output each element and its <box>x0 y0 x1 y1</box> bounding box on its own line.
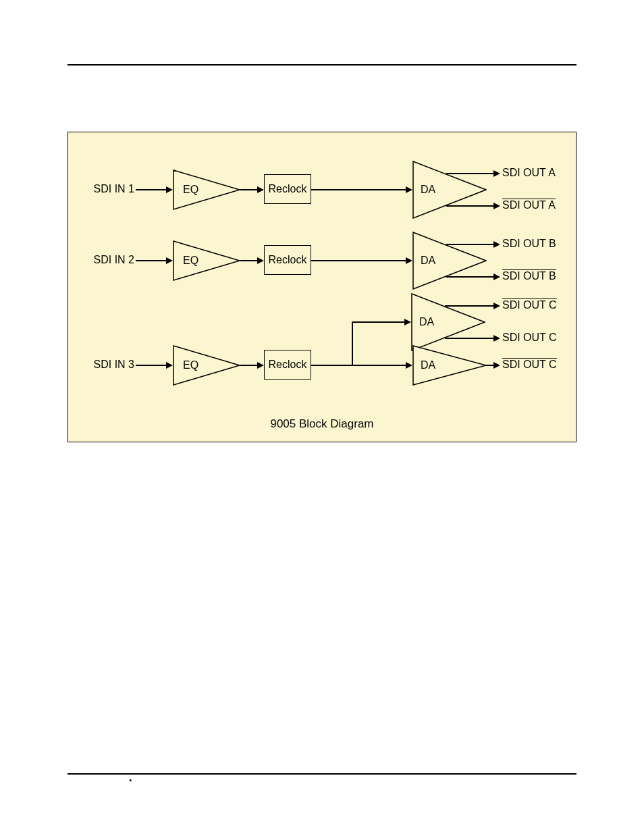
wire <box>311 365 406 366</box>
wire <box>240 189 257 190</box>
footer-dot: • <box>129 775 132 832</box>
eq-label-1: EQ <box>183 184 198 196</box>
input-label-3: SDI IN 3 <box>87 359 134 371</box>
arrowhead-icon <box>493 335 500 342</box>
arrowhead-icon <box>406 186 412 193</box>
arrowhead-icon <box>493 203 500 209</box>
arrowhead-icon <box>166 186 173 193</box>
reclock-2: Reclock <box>264 245 311 275</box>
wire <box>136 260 166 261</box>
output-b-1: SDI OUT B <box>502 238 556 250</box>
output-a-2-inverted: SDI OUT A <box>502 199 556 211</box>
output-b-2-inverted: SDI OUT B <box>502 270 556 282</box>
eq-label-3: EQ <box>183 359 198 371</box>
da-label-2: DA <box>421 255 435 267</box>
wire <box>352 321 353 365</box>
arrowhead-icon <box>406 362 412 369</box>
wire <box>446 173 493 174</box>
wire <box>240 365 257 366</box>
wire <box>446 205 493 207</box>
input-label-1: SDI IN 1 <box>87 183 134 195</box>
wire <box>445 305 493 307</box>
wire <box>446 244 493 245</box>
arrowhead-icon <box>493 241 500 248</box>
wire <box>240 260 257 261</box>
arrowhead-icon <box>493 170 500 177</box>
output-c-2: SDI OUT C <box>502 332 557 344</box>
wire <box>311 189 406 190</box>
diagram-caption: 9005 Block Diagram <box>68 417 576 431</box>
arrowhead-icon <box>257 257 264 264</box>
arrowhead-icon <box>493 303 500 309</box>
reclock-1: Reclock <box>264 174 311 204</box>
wire <box>136 365 166 366</box>
da-label-3b: DA <box>421 359 435 371</box>
arrowhead-icon <box>493 362 500 369</box>
da-label-1: DA <box>421 184 435 196</box>
top-rule <box>68 64 576 66</box>
arrowhead-icon <box>493 273 500 280</box>
block-diagram: SDI IN 1 EQ Reclock DA SDI OUT A SDI OUT… <box>68 132 576 442</box>
bottom-rule <box>68 773 576 775</box>
arrowhead-icon <box>404 319 411 325</box>
output-c-1-inverted: SDI OUT C <box>502 299 557 311</box>
arrowhead-icon <box>257 186 264 193</box>
arrowhead-icon <box>166 257 173 264</box>
output-c-3-inverted: SDI OUT C <box>502 359 557 371</box>
reclock-3: Reclock <box>264 350 311 380</box>
da-label-3a: DA <box>419 316 434 328</box>
arrowhead-icon <box>166 362 173 369</box>
wire <box>445 338 493 339</box>
wire <box>485 365 493 366</box>
input-label-2: SDI IN 2 <box>87 254 134 266</box>
arrowhead-icon <box>257 362 264 369</box>
arrowhead-icon <box>406 257 412 264</box>
eq-label-2: EQ <box>183 255 198 267</box>
wire <box>136 189 166 190</box>
page: • SDI IN 1 EQ Reclock DA SDI OUT A SDI O… <box>0 0 644 834</box>
wire <box>446 276 493 278</box>
output-a-1: SDI OUT A <box>502 167 556 179</box>
wire <box>311 260 406 261</box>
wire <box>352 321 404 323</box>
